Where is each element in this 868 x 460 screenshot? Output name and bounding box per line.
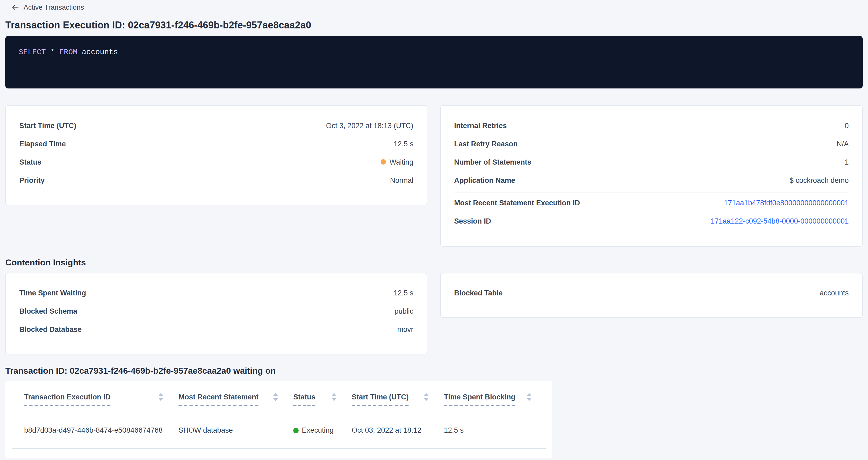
waiting-table-header-row: Transaction Execution ID Most Recent Sta… bbox=[12, 381, 546, 412]
column-header-label: Time Spent Blocking bbox=[444, 393, 516, 406]
session-id-link[interactable]: 171aa122-c092-54b8-0000-000000000001 bbox=[711, 217, 849, 225]
session-id-row: Session ID 171aa122-c092-54b8-0000-00000… bbox=[441, 212, 862, 230]
summary-card-right: Internal Retries 0 Last Retry Reason N/A… bbox=[440, 105, 863, 247]
sql-keyword-select: SELECT bbox=[19, 48, 46, 56]
executing-status-dot-icon bbox=[293, 428, 299, 433]
sql-statement-box: SELECT * FROM accounts bbox=[5, 36, 863, 88]
caret-down-icon bbox=[273, 398, 278, 401]
status-row: Status Waiting bbox=[6, 153, 427, 171]
back-link-label: Active Transactions bbox=[24, 3, 84, 11]
status-value: Waiting bbox=[381, 158, 413, 166]
waiting-status-dot-icon bbox=[381, 159, 386, 164]
cell-most-recent-statement: SHOW database bbox=[179, 426, 293, 434]
number-of-statements-row: Number of Statements 1 bbox=[441, 153, 862, 171]
contention-card-left: Time Spent Waiting 12.5 s Blocked Schema… bbox=[5, 273, 427, 355]
sql-star-token: * bbox=[46, 48, 59, 56]
status-label: Status bbox=[19, 158, 41, 166]
cell-start-time: Oct 03, 2022 at 18:12 bbox=[352, 426, 444, 434]
column-header-status[interactable]: Status bbox=[293, 393, 352, 406]
contention-insights-heading: Contention Insights bbox=[5, 257, 863, 268]
waiting-on-heading: Transaction ID: 02ca7931-f246-469b-b2fe-… bbox=[5, 366, 863, 376]
caret-up-icon bbox=[158, 393, 163, 396]
time-spent-waiting-label: Time Spent Waiting bbox=[19, 289, 86, 297]
blocked-database-row: Blocked Database movr bbox=[6, 320, 427, 338]
topbar: Active Transactions bbox=[12, 0, 863, 11]
blocked-schema-row: Blocked Schema public bbox=[6, 302, 427, 320]
most-recent-statement-execution-id-link[interactable]: 171aa1b478fdf0e80000000000000001 bbox=[724, 198, 849, 207]
internal-retries-value: 0 bbox=[845, 121, 849, 129]
last-retry-reason-label: Last Retry Reason bbox=[454, 140, 518, 148]
page-title: Transaction Execution ID: 02ca7931-f246-… bbox=[5, 19, 863, 31]
internal-retries-label: Internal Retries bbox=[454, 121, 507, 129]
blocked-schema-value: public bbox=[394, 307, 413, 315]
most-recent-statement-execution-id-label: Most Recent Statement Execution ID bbox=[454, 198, 580, 207]
priority-row: Priority Normal bbox=[6, 171, 427, 189]
summary-card-divider bbox=[454, 192, 849, 192]
blocked-table-value: accounts bbox=[820, 289, 849, 297]
column-header-most-recent-statement[interactable]: Most Recent Statement bbox=[179, 393, 293, 406]
cell-time-spent-blocking: 12.5 s bbox=[444, 426, 547, 434]
caret-down-icon bbox=[424, 398, 429, 401]
caret-down-icon bbox=[158, 398, 163, 401]
cell-status-text: Executing bbox=[302, 426, 334, 434]
cell-transaction-execution-id: b8d7d03a-d497-446b-8474-e50846674768 bbox=[24, 426, 179, 434]
caret-down-icon bbox=[526, 398, 532, 401]
most-recent-statement-execution-id-row: Most Recent Statement Execution ID 171aa… bbox=[441, 193, 862, 212]
cell-status: Executing bbox=[293, 426, 352, 434]
start-time-row: Start Time (UTC) Oct 3, 2022 at 18:13 (U… bbox=[6, 116, 427, 134]
start-time-value: Oct 3, 2022 at 18:13 (UTC) bbox=[326, 121, 413, 129]
priority-label: Priority bbox=[19, 176, 45, 184]
elapsed-time-value: 12.5 s bbox=[394, 140, 413, 148]
sort-icon bbox=[526, 393, 532, 401]
priority-value: Normal bbox=[390, 176, 413, 184]
number-of-statements-value: 1 bbox=[845, 158, 849, 166]
sql-statement: SELECT * FROM accounts bbox=[19, 47, 849, 57]
column-header-time-spent-blocking[interactable]: Time Spent Blocking bbox=[444, 393, 547, 406]
status-value-text: Waiting bbox=[390, 158, 413, 166]
application-name-row: Application Name $ cockroach demo bbox=[441, 171, 862, 189]
caret-up-icon bbox=[331, 393, 337, 396]
sort-icon bbox=[273, 393, 278, 401]
elapsed-time-label: Elapsed Time bbox=[19, 140, 66, 148]
blocked-schema-label: Blocked Schema bbox=[19, 307, 77, 315]
contention-cards-row: Time Spent Waiting 12.5 s Blocked Schema… bbox=[5, 273, 863, 355]
last-retry-reason-row: Last Retry Reason N/A bbox=[441, 134, 862, 153]
caret-up-icon bbox=[526, 393, 532, 396]
blocked-table-row: Blocked Table accounts bbox=[441, 284, 862, 302]
transaction-details-page: Active Transactions Transaction Executio… bbox=[0, 0, 868, 460]
column-header-label: Start Time (UTC) bbox=[352, 393, 409, 406]
last-retry-reason-value: N/A bbox=[837, 140, 849, 148]
caret-up-icon bbox=[424, 393, 429, 396]
waiting-on-table: Transaction Execution ID Most Recent Sta… bbox=[5, 381, 552, 458]
waiting-table-row: b8d7d03a-d497-446b-8474-e50846674768 SHO… bbox=[12, 412, 546, 449]
back-to-active-transactions-link[interactable]: Active Transactions bbox=[12, 3, 84, 11]
column-header-start-time[interactable]: Start Time (UTC) bbox=[352, 393, 444, 406]
column-header-transaction-execution-id[interactable]: Transaction Execution ID bbox=[24, 393, 179, 406]
summary-card-left: Start Time (UTC) Oct 3, 2022 at 18:13 (U… bbox=[5, 105, 427, 205]
blocked-database-label: Blocked Database bbox=[19, 325, 82, 333]
contention-card-right: Blocked Table accounts bbox=[440, 273, 863, 318]
blocked-database-value: movr bbox=[397, 325, 413, 333]
column-header-label: Most Recent Statement bbox=[179, 393, 259, 406]
column-header-label: Status bbox=[293, 393, 315, 406]
start-time-label: Start Time (UTC) bbox=[19, 121, 76, 129]
blocked-table-label: Blocked Table bbox=[454, 289, 503, 297]
sql-table-token: accounts bbox=[78, 48, 118, 56]
sort-icon bbox=[331, 393, 337, 401]
summary-cards-row: Start Time (UTC) Oct 3, 2022 at 18:13 (U… bbox=[5, 105, 863, 247]
caret-down-icon bbox=[331, 398, 337, 401]
sql-keyword-from: FROM bbox=[59, 48, 77, 56]
arrow-left-icon bbox=[12, 3, 19, 10]
internal-retries-row: Internal Retries 0 bbox=[441, 116, 862, 134]
elapsed-time-row: Elapsed Time 12.5 s bbox=[6, 134, 427, 153]
time-spent-waiting-row: Time Spent Waiting 12.5 s bbox=[6, 284, 427, 302]
caret-up-icon bbox=[273, 393, 278, 396]
application-name-label: Application Name bbox=[454, 176, 515, 184]
number-of-statements-label: Number of Statements bbox=[454, 158, 531, 166]
session-id-label: Session ID bbox=[454, 217, 491, 225]
column-header-label: Transaction Execution ID bbox=[24, 393, 111, 406]
sort-icon bbox=[424, 393, 429, 401]
time-spent-waiting-value: 12.5 s bbox=[394, 289, 413, 297]
application-name-value: $ cockroach demo bbox=[789, 176, 849, 184]
sort-icon bbox=[158, 393, 163, 401]
